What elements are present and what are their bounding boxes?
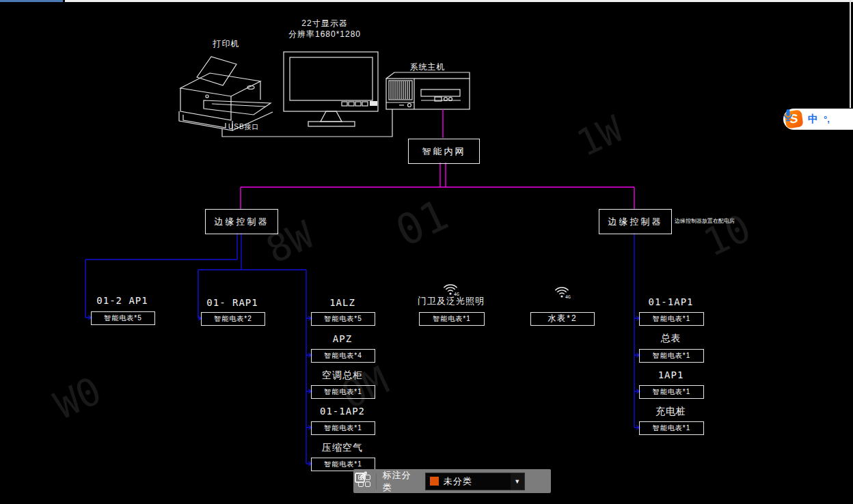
meter-box: 智能电表*5 bbox=[91, 311, 155, 325]
category-color-swatch bbox=[430, 477, 439, 486]
gateway-box: 智能内网 bbox=[408, 139, 480, 164]
meter-box: 智能电表*1 bbox=[639, 349, 704, 363]
device-title: APZ bbox=[311, 333, 374, 344]
host-label: 系统主机 bbox=[398, 61, 457, 73]
cad-canvas[interactable]: 01 8W 0M 1W W0 10 bbox=[0, 0, 853, 504]
device-title: 1ALZ bbox=[311, 297, 374, 308]
device-title: 压缩空气 bbox=[311, 442, 374, 454]
printer-illustration bbox=[179, 57, 273, 130]
meter-box: 智能电表*2 bbox=[201, 312, 265, 326]
diagram-lines: 4G 4G bbox=[0, 0, 853, 504]
device-title: 空调总柜 bbox=[311, 369, 374, 382]
ime-punct-toggle[interactable]: °, bbox=[824, 114, 830, 124]
edit-pencil-icon bbox=[353, 469, 368, 484]
chevron-down-icon: ▼ bbox=[511, 473, 524, 490]
device-title: 1AP1 bbox=[639, 369, 703, 380]
ime-mode-toggle[interactable]: 中 bbox=[808, 113, 818, 126]
ime-bar: S 中 °, bbox=[783, 109, 853, 130]
category-label: 标注分类 bbox=[382, 469, 419, 494]
device-title: 充电桩 bbox=[639, 406, 703, 418]
device-title: 总表 bbox=[639, 333, 703, 345]
edge-controller-note: 边缘控制器放置在配电房 bbox=[675, 217, 735, 225]
monitor-label-res: 分辨率1680*1280 bbox=[277, 29, 373, 40]
edge-controller-right-box: 边缘控制器 bbox=[599, 209, 672, 234]
mic-icon[interactable] bbox=[783, 109, 793, 122]
monitor-label-size: 22寸显示器 bbox=[277, 18, 373, 29]
device-title: 01- RAP1 bbox=[201, 297, 264, 308]
device-title: 01-1AP1 bbox=[639, 296, 703, 307]
meter-box: 智能电表*1 bbox=[311, 421, 375, 435]
usb-label: USB接口 bbox=[228, 122, 260, 132]
edit-annotation-button[interactable] bbox=[530, 473, 546, 490]
meter-box: 智能电表*1 bbox=[419, 312, 485, 326]
device-title: 01-2 AP1 bbox=[91, 295, 154, 306]
meter-box: 智能电表*1 bbox=[639, 385, 704, 399]
wifi-icon: 4G bbox=[555, 288, 571, 300]
printer-label: 打印机 bbox=[202, 38, 250, 50]
monitor-illustration bbox=[284, 52, 378, 126]
meter-box: 智能电表*1 bbox=[639, 421, 704, 435]
meter-box: 智能电表*4 bbox=[311, 349, 375, 363]
edge-controller-left-box: 边缘控制器 bbox=[205, 209, 278, 234]
category-dropdown-value: 未分类 bbox=[444, 475, 506, 488]
annotation-toolbar: 标注分类 未分类 ▼ bbox=[353, 469, 551, 493]
meter-box: 水表*2 bbox=[530, 312, 595, 326]
meter-box: 智能电表*5 bbox=[311, 312, 375, 326]
device-title: 01-1AP2 bbox=[311, 406, 374, 417]
host-illustration bbox=[386, 72, 470, 109]
svg-text:4G: 4G bbox=[565, 294, 571, 300]
meter-box: 智能电表*1 bbox=[639, 312, 704, 326]
category-dropdown[interactable]: 未分类 ▼ bbox=[425, 473, 525, 490]
meter-box: 智能电表*1 bbox=[311, 385, 375, 399]
device-title: 门卫及泛光照明 bbox=[409, 295, 493, 307]
toolbar-divider bbox=[376, 473, 377, 490]
